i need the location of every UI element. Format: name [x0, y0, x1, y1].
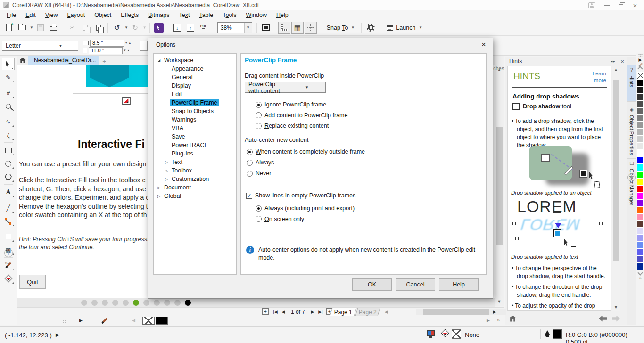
combo-dropdown-icon[interactable]: ▼ — [285, 85, 325, 90]
color-swatch[interactable] — [637, 242, 644, 249]
show-guidelines-toggle[interactable] — [305, 22, 317, 34]
zoom-dropdown-icon[interactable]: ▼ — [244, 23, 252, 33]
new-document-button[interactable] — [3, 22, 15, 34]
progress-dot[interactable] — [133, 300, 139, 306]
text-tool[interactable]: A — [2, 186, 15, 198]
progress-dot[interactable] — [112, 300, 118, 306]
color-proof-icon[interactable] — [427, 330, 435, 336]
no-color-swatch[interactable] — [142, 317, 155, 325]
scroll-left-icon[interactable]: ◀ — [383, 308, 389, 316]
radio-when-content-is-completely-outside-frame[interactable]: When content is completely outside frame — [247, 148, 365, 155]
tree-item-snap-to-objects[interactable]: Snap to Objects — [154, 107, 236, 115]
scroll-down-icon[interactable]: ▼ — [495, 298, 504, 305]
progress-dot[interactable] — [102, 300, 108, 306]
polygon-tool[interactable] — [2, 171, 15, 183]
palette-flyout-icon[interactable]: ▶ — [636, 57, 644, 62]
launch-dropdown[interactable]: Launch▼ — [383, 24, 426, 31]
tree-item-powerclip-frame[interactable]: PowerClip Frame — [154, 98, 236, 107]
palette-scroll-right-icon[interactable]: ▶ — [487, 318, 490, 323]
tree-item-text[interactable]: ▷Text — [154, 158, 236, 166]
document-tab[interactable]: Nesabamedia_CorelDr... — [28, 56, 99, 65]
paste-button[interactable] — [92, 22, 105, 34]
tree-item-document[interactable]: ▷Document — [154, 183, 236, 192]
radio-replace-existing-content[interactable]: Replace existing content — [256, 122, 329, 130]
dialog-close-icon[interactable]: × — [479, 40, 489, 49]
radio-icon[interactable] — [247, 149, 253, 155]
close-docker-icon[interactable]: × — [618, 58, 627, 65]
color-swatch[interactable] — [637, 157, 644, 164]
show-lines-checkbox-row[interactable]: ✓ Show lines in empty PowerClip frames — [246, 192, 355, 199]
show-grid-toggle[interactable]: ▦ — [291, 22, 304, 34]
rectangle-tool[interactable] — [2, 144, 15, 156]
radio-icon[interactable] — [256, 112, 262, 118]
color-swatch[interactable] — [637, 143, 644, 150]
color-swatch[interactable] — [637, 122, 644, 129]
parallel-dimension-tool[interactable]: ╱ — [2, 202, 15, 214]
import-button[interactable]: ↓ — [171, 22, 183, 34]
collapse-docker-icon[interactable]: ▸▸ — [608, 59, 618, 64]
radio-never[interactable]: Never — [247, 170, 271, 177]
color-eyedropper-tool[interactable] — [2, 259, 15, 271]
tree-item-appearance[interactable]: Appearance — [154, 65, 236, 73]
ellipse-tool[interactable] — [2, 157, 15, 170]
radio-icon[interactable] — [256, 123, 262, 129]
scroll-right-icon[interactable]: ▶ — [491, 308, 498, 316]
menu-table[interactable]: Table — [194, 10, 218, 20]
pick-tool[interactable] — [2, 58, 15, 70]
no-color-swatch[interactable] — [637, 72, 644, 79]
scrollbar-thumb[interactable] — [613, 80, 619, 261]
quit-button[interactable]: Quit — [19, 275, 46, 289]
radio-ignore-powerclip-frame[interactable]: Ignore PowerClip frame — [256, 101, 326, 108]
progress-dot[interactable] — [143, 300, 149, 306]
color-swatch[interactable] — [637, 93, 644, 100]
radio-icon[interactable] — [247, 160, 253, 166]
tree-item-workspace[interactable]: ◢Workspace — [154, 56, 236, 65]
color-swatch[interactable] — [637, 164, 644, 171]
color-swatch[interactable] — [637, 256, 644, 263]
tree-item-general[interactable]: General — [154, 73, 236, 82]
zoom-level-combo[interactable]: 38% ▼ — [217, 22, 252, 33]
tree-item-global[interactable]: ▷Global — [154, 192, 236, 200]
menu-bitmaps[interactable]: Bitmaps — [143, 10, 174, 20]
color-swatch[interactable] — [637, 185, 644, 192]
page-width-field[interactable]: 8.5 " — [90, 40, 124, 47]
menu-tools[interactable]: Tools — [218, 10, 241, 20]
menu-text[interactable]: Text — [174, 10, 194, 20]
palette-expand-icon[interactable]: » — [497, 317, 500, 323]
add-tools-button[interactable]: + — [4, 249, 13, 257]
connector-tool[interactable] — [2, 215, 15, 227]
radio-on-screen-only[interactable]: On screen only — [256, 215, 304, 223]
menu-view[interactable]: View — [41, 10, 63, 20]
color-swatch[interactable] — [637, 178, 644, 185]
scrollbar-thumb[interactable] — [423, 309, 489, 315]
page-height-spinner[interactable]: ▾ ▴ — [124, 49, 130, 52]
color-swatch[interactable] — [637, 228, 644, 235]
drag-behavior-combo[interactable]: PowerClip with content ▼ — [245, 82, 326, 93]
color-swatch[interactable] — [637, 86, 644, 93]
tree-item-customization[interactable]: ▷Customization — [154, 175, 236, 183]
learn-more-link[interactable]: Learn more — [580, 70, 606, 83]
palette-flyout-icon[interactable]: ▶ — [79, 318, 83, 323]
snap-to-dropdown[interactable]: Snap To▼ — [323, 24, 359, 31]
tree-item-plug-ins[interactable]: Plug-Ins — [154, 149, 236, 158]
progress-dot[interactable] — [81, 300, 87, 306]
tree-item-powertrace[interactable]: PowerTRACE — [154, 141, 236, 149]
coordinates-flyout-icon[interactable]: ▶ — [56, 332, 59, 337]
page-height-field[interactable]: 11.0 " — [89, 47, 123, 54]
menu-window[interactable]: Window — [241, 10, 271, 20]
minimize-button[interactable] — [600, 0, 614, 10]
progress-dot[interactable] — [91, 300, 98, 306]
color-swatch[interactable] — [637, 171, 644, 178]
paper-size-dropdown-icon[interactable]: ▼ — [40, 44, 78, 48]
docker-tab-object-manager[interactable]: ▤Object Manager — [627, 158, 636, 212]
scrollbar-thumb[interactable] — [496, 127, 503, 245]
export-button[interactable]: ↑ — [184, 22, 197, 34]
publish-pdf-button[interactable]: PDF — [198, 22, 210, 34]
color-swatch[interactable] — [637, 114, 644, 122]
account-icon[interactable] — [585, 0, 599, 10]
docker-tab-object-properties[interactable]: ◈Object Properties — [627, 105, 636, 157]
docker-tab-hints[interactable]: ?Hints — [627, 65, 636, 102]
welcome-home-button[interactable] — [17, 56, 28, 65]
save-button[interactable] — [34, 22, 47, 34]
color-swatch[interactable] — [637, 213, 644, 220]
